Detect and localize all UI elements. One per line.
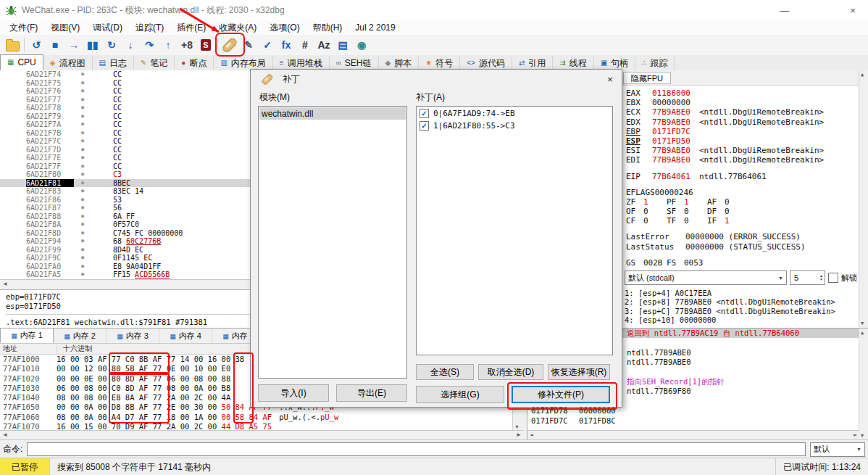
scroll-up-icon[interactable]: ▲ [861, 330, 864, 336]
unlock-checkbox[interactable] [828, 273, 838, 283]
patch-checkbox[interactable]: ✓ [420, 109, 429, 118]
memory-tab[interactable]: ▦内存 1 [0, 328, 54, 343]
patch-button[interactable] [220, 36, 239, 54]
tab-breakpoints[interactable]: ●断点 [175, 56, 214, 70]
scroll-up-icon[interactable]: ▲ [861, 72, 864, 78]
menu-item[interactable]: 收藏夹(A) [212, 22, 263, 34]
tab-memory-map[interactable]: ▥内存布局 [214, 56, 272, 70]
dump-row[interactable]: 77AF106008 00 0A 00 A4 D7 AF 77 18 00 1A… [0, 413, 524, 422]
scroll-right-icon[interactable]: ► [854, 431, 857, 438]
compare-button[interactable]: ✓ [258, 36, 277, 54]
fx-button[interactable]: fx [277, 36, 296, 54]
menu-item[interactable]: 调试(D) [86, 22, 129, 34]
tab-notes[interactable]: ✎笔记 [134, 56, 175, 70]
menu-item[interactable]: 插件(E) [170, 22, 212, 34]
import-button[interactable]: 导入(I) [258, 384, 329, 402]
calling-convention-select[interactable]: 默认 (stdcall) ▼ [625, 270, 787, 285]
dump-bytes: 00 00 0A 00 D8 8B AF 77 2E 00 30 00 50 8… [57, 402, 272, 412]
open-file-button[interactable] [3, 36, 22, 54]
stack-vscrollbar[interactable]: ▲ ▼ [859, 329, 868, 440]
register-gap [626, 252, 857, 258]
pause-button[interactable]: ▮▮ [83, 36, 102, 54]
hide-fpu-button[interactable]: 隐藏FPU [623, 72, 671, 84]
command-profile-select[interactable]: 默认 ▼ [810, 442, 865, 457]
tab-threads[interactable]: ⇉线程 [553, 56, 593, 70]
spinner-arrows-icon[interactable]: ▲▼ [819, 274, 823, 281]
restart-button[interactable]: ↺ [27, 36, 46, 54]
scroll-down-icon[interactable]: ▼ [861, 433, 864, 439]
stack-hscrollbar[interactable]: ◄ ► [527, 430, 859, 440]
minimize-button[interactable]: — [769, 0, 800, 20]
instruction-dot-icon: ● [74, 270, 113, 279]
patch-checkbox[interactable]: ✓ [420, 121, 429, 131]
run-to-return-button[interactable]: ↑ [159, 36, 178, 54]
tab-trace[interactable]: ∴跟踪 [635, 56, 675, 70]
stack-comment: 返回到 ntdll.77B9AC19 自 ntdll.77B64060 [627, 329, 868, 338]
pick-groups-button[interactable]: 选择组(G) [416, 386, 504, 403]
tab-source[interactable]: <>源代码 [460, 56, 512, 70]
tab-cpu[interactable]: ▦CPU [0, 54, 43, 70]
reload-button[interactable]: ↻ [102, 36, 121, 54]
disasm-gutter [0, 87, 26, 96]
command-input[interactable] [27, 442, 806, 456]
tab-call-stack[interactable]: ≡调用堆栈 [273, 56, 330, 70]
scroll-left-icon[interactable]: ◄ [2, 431, 8, 438]
step-n-button[interactable]: +8 [178, 36, 196, 54]
patch-file-button[interactable]: 修补文件(P) [512, 386, 610, 403]
scroll-down-icon[interactable]: ▼ [861, 321, 864, 326]
tab-handles[interactable]: ▣句柄 [594, 56, 635, 70]
tab-symbols[interactable]: ★符号 [419, 56, 460, 70]
disasm-address: 6AD21F79 [26, 112, 74, 121]
memory-tab[interactable]: ▦内存 4 [159, 329, 212, 343]
stack-row[interactable]: 0171FD7C0171FD8C [527, 416, 868, 426]
deselect-all-button[interactable]: 取消全选(D) [478, 364, 543, 380]
memory-tab-icon: ▦ [11, 332, 17, 339]
tab-log[interactable]: ▤日志 [93, 56, 134, 70]
patch-dialog-titlebar[interactable]: 补丁 × [251, 70, 622, 88]
menu-item[interactable]: 追踪(T) [129, 22, 170, 34]
hash-icon: # [302, 40, 308, 50]
select-all-button[interactable]: 全选(S) [416, 364, 474, 380]
report-button[interactable]: ▤ [333, 36, 352, 54]
script-button[interactable]: S [196, 36, 215, 54]
menu-item[interactable]: 帮助(H) [306, 22, 349, 34]
menu-item[interactable]: Jul 2 2019 [349, 22, 401, 33]
run-button[interactable]: → [64, 36, 83, 54]
strings-button[interactable]: Az [314, 36, 333, 54]
menu-item[interactable]: 选项(O) [263, 22, 306, 34]
globe-button[interactable]: ◉ [352, 36, 371, 54]
dump-hscrollbar[interactable]: ◄ ► [0, 430, 524, 440]
registers-scrollbar[interactable]: ▲ ▼ [859, 70, 868, 328]
export-button[interactable]: 导出(E) [336, 384, 407, 402]
unlock-label: 解锁 [841, 273, 857, 284]
menu-item[interactable]: 视图(V) [44, 22, 86, 34]
status-message: 搜索到 85008 个字符串于 17141 毫秒内 [50, 458, 218, 475]
disasm-bytes: CC [113, 112, 122, 121]
scroll-down-icon[interactable]: ▼ [514, 424, 519, 429]
patch-item[interactable]: ✓0|6A7F1AD9:74->EB [417, 107, 612, 120]
tab-script[interactable]: ◆脚本 [379, 56, 420, 70]
module-item[interactable]: wechatwin.dll [259, 107, 406, 120]
memory-tab[interactable]: ▦内存 2 [54, 329, 107, 343]
stack-row[interactable]: 0171FD7800000000 [527, 406, 868, 416]
restore-selected-button[interactable]: 恢复选择项(R) [548, 364, 610, 380]
tab-seh-chain[interactable]: ∞SEH链 [330, 56, 379, 70]
menu-item[interactable]: 文件(F) [3, 22, 44, 34]
memory-tab[interactable]: ▦内存 3 [107, 329, 159, 343]
step-into-button[interactable]: ↓ [121, 36, 140, 54]
step-over-button[interactable]: ↷ [140, 36, 159, 54]
patch-item[interactable]: ✓1|6AD21F80:55->C3 [417, 120, 612, 132]
hash-button[interactable]: # [296, 36, 314, 54]
disasm-gutter [0, 79, 26, 88]
arg-count-spinner[interactable]: 5 ▲▼ [790, 270, 825, 285]
stop-button[interactable]: ■ [46, 36, 64, 54]
dialog-close-button[interactable]: × [598, 70, 622, 88]
tab-graph[interactable]: ◈流程图 [43, 56, 93, 70]
scroll-left-icon[interactable]: ◄ [2, 281, 8, 287]
disasm-address: 6AD21F77 [26, 96, 74, 104]
scroll-right-icon[interactable]: ► [516, 431, 522, 438]
tab-references[interactable]: ⇄引用 [512, 56, 553, 70]
pen-button[interactable]: ✎ [239, 36, 258, 54]
close-button[interactable]: × [838, 0, 868, 20]
scroll-left-icon[interactable]: ◄ [530, 431, 533, 438]
